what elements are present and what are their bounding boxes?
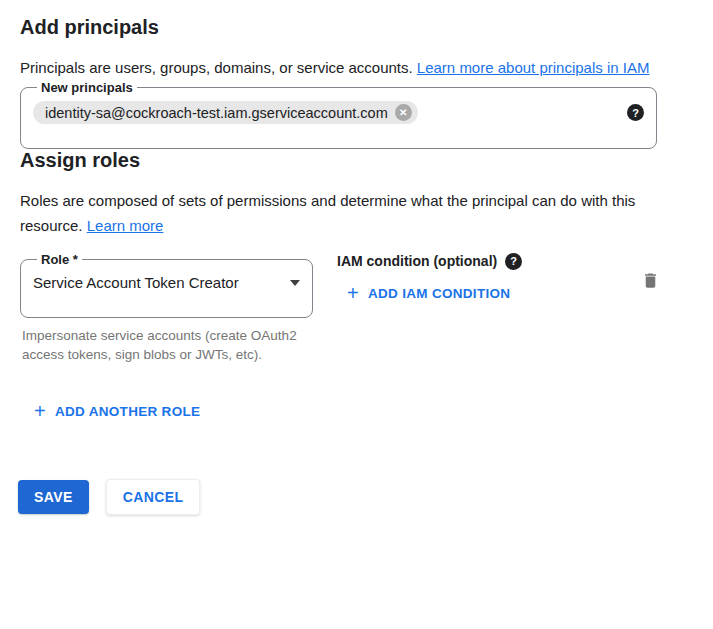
dropdown-arrow-icon (290, 280, 300, 286)
iam-condition-help-icon[interactable]: ? (505, 253, 522, 270)
learn-more-principals-link[interactable]: Learn more about principals in IAM (417, 59, 650, 76)
role-label: Role * (37, 252, 82, 267)
plus-icon: + (34, 402, 46, 420)
new-principals-row: identity-sa@cockroach-test.iam.gservicea… (33, 101, 644, 124)
roles-intro: Roles are composed of sets of permission… (20, 188, 668, 238)
role-select-field[interactable]: Role * Service Account Token Creator (20, 252, 313, 318)
principals-intro: Principals are users, groups, domains, o… (20, 55, 668, 80)
principals-intro-text: Principals are users, groups, domains, o… (20, 59, 417, 76)
add-iam-condition-label: ADD IAM CONDITION (368, 286, 510, 301)
chip-remove-icon[interactable]: ✕ (395, 104, 412, 121)
role-helper-text: Impersonate service accounts (create OAu… (20, 326, 305, 364)
iam-condition-label: IAM condition (optional) (337, 253, 497, 270)
principals-help-icon[interactable]: ? (627, 104, 644, 121)
iam-condition-column: IAM condition (optional) ? + ADD IAM CON… (337, 252, 522, 304)
role-selected-value: Service Account Token Creator (33, 273, 239, 293)
add-iam-condition-button[interactable]: + ADD IAM CONDITION (347, 284, 510, 302)
trash-icon (641, 270, 660, 291)
learn-more-roles-link[interactable]: Learn more (87, 217, 164, 234)
iam-condition-label-row: IAM condition (optional) ? (337, 253, 522, 270)
new-principals-field[interactable]: New principals identity-sa@cockroach-tes… (20, 80, 657, 149)
add-another-role-button[interactable]: + ADD ANOTHER ROLE (34, 402, 200, 420)
cancel-button[interactable]: CANCEL (106, 479, 201, 515)
page-title: Add principals (20, 16, 693, 39)
role-column: Role * Service Account Token Creator Imp… (20, 252, 313, 364)
role-dropdown[interactable]: Service Account Token Creator (33, 273, 300, 293)
plus-icon: + (347, 284, 359, 302)
role-row: Role * Service Account Token Creator Imp… (20, 252, 680, 364)
action-buttons-row: SAVE CANCEL (18, 479, 693, 515)
delete-role-button[interactable] (639, 268, 662, 296)
assign-roles-title: Assign roles (20, 149, 693, 172)
principal-chip[interactable]: identity-sa@cockroach-test.iam.gservicea… (33, 101, 418, 124)
new-principals-label: New principals (37, 80, 137, 95)
principal-chip-label: identity-sa@cockroach-test.iam.gservicea… (45, 105, 388, 121)
save-button[interactable]: SAVE (18, 480, 89, 514)
add-principals-panel: Add principals Principals are users, gro… (0, 0, 713, 515)
add-another-role-label: ADD ANOTHER ROLE (55, 404, 200, 419)
